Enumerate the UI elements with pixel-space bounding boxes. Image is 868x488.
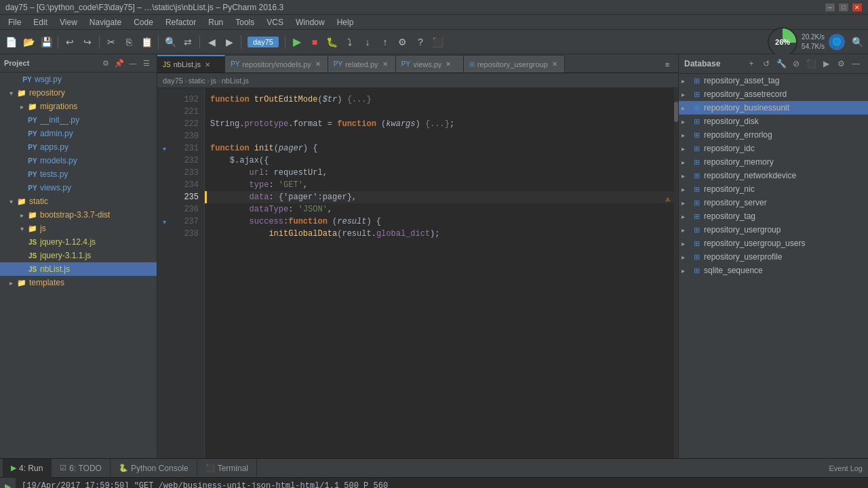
tree-item-jquery1[interactable]: JS jquery-1.12.4.js <box>0 235 157 249</box>
menu-help[interactable]: Help <box>332 16 359 28</box>
db-item-usergroup-users[interactable]: ▸ ⊞ repository_usergroup_users <box>679 237 868 250</box>
db-item-usergroup[interactable]: ▸ ⊞ repository_usergroup <box>679 223 868 237</box>
menu-run[interactable]: Run <box>203 16 229 28</box>
redo-button[interactable]: ↪ <box>79 34 96 50</box>
tree-item-init[interactable]: PY __init__.py <box>0 113 157 127</box>
event-log-label[interactable]: Event Log <box>823 464 868 472</box>
new-file-button[interactable]: 📄 <box>3 34 19 50</box>
tree-item-models[interactable]: PY models.py <box>0 154 157 167</box>
db-refresh-btn[interactable]: ↺ <box>760 57 773 70</box>
tree-item-bootstrap[interactable]: ▸ 📁 bootstrap-3.3.7-dist <box>0 208 157 222</box>
tab-views[interactable]: PY views.py ✕ <box>396 55 464 73</box>
stop-button[interactable]: ■ <box>307 34 323 50</box>
tree-item-nblist[interactable]: JS nbList.js <box>0 262 157 276</box>
save-button[interactable]: 💾 <box>38 34 54 50</box>
db-item-memory[interactable]: ▸ ⊞ repository_memory <box>679 155 868 169</box>
menu-view[interactable]: View <box>54 16 83 28</box>
db-close-btn[interactable]: — <box>849 57 863 70</box>
tab-nblist[interactable]: JS nbList.js ✕ <box>157 55 225 73</box>
tab-close-views[interactable]: ✕ <box>444 60 452 68</box>
project-badge[interactable]: day75 <box>248 37 279 47</box>
settings-button[interactable]: ⚙ <box>395 34 411 50</box>
tree-item-js[interactable]: ▾ 📁 js <box>0 222 157 235</box>
tab-usergroup[interactable]: ⊞ repository_usergroup ✕ <box>464 55 565 73</box>
close-button[interactable]: ✕ <box>852 3 863 12</box>
sidebar-minimize-btn[interactable]: — <box>127 57 139 69</box>
gutter-fold-231[interactable]: ▾ <box>163 142 166 155</box>
search-everywhere-btn[interactable]: 🔍 <box>849 34 865 50</box>
db-add-btn[interactable]: + <box>745 57 758 70</box>
maximize-button[interactable]: □ <box>838 3 849 12</box>
db-item-businessunit[interactable]: ▸ ⊞ repository_businessunit <box>679 101 868 115</box>
tree-item-admin[interactable]: PY admin.py <box>0 127 157 140</box>
db-item-assetrecord[interactable]: ▸ ⊞ repository_assetrecord <box>679 87 868 101</box>
db-item-idc[interactable]: ▸ ⊞ repository_idc <box>679 142 868 155</box>
tab-models[interactable]: PY repository\models.py ✕ <box>225 55 328 73</box>
bottom-tab-run[interactable]: ▶ 4: Run <box>3 459 52 478</box>
tree-item-migrations[interactable]: ▸ 📁 migrations <box>0 100 157 113</box>
tree-item-views[interactable]: PY views.py <box>0 181 157 195</box>
tab-close-models[interactable]: ✕ <box>314 60 322 68</box>
run-start-btn[interactable]: ▶ <box>2 481 14 488</box>
tab-close-usergroup[interactable]: ✕ <box>551 60 559 68</box>
find-button[interactable]: 🔍 <box>162 34 178 50</box>
tab-close-nblist[interactable]: ✕ <box>203 60 212 69</box>
tree-item-jquery2[interactable]: JS jquery-3.1.1.js <box>0 249 157 262</box>
menu-vcs[interactable]: VCS <box>261 16 289 28</box>
cut-button[interactable]: ✂ <box>103 34 119 50</box>
debug-button[interactable]: 🐛 <box>324 34 340 50</box>
db-item-networkdevice[interactable]: ▸ ⊞ repository_networkdevice <box>679 169 868 182</box>
menu-refactor[interactable]: Refactor <box>160 16 201 28</box>
scroll-thumb[interactable] <box>674 102 678 122</box>
run-button[interactable]: ▶ <box>289 34 305 50</box>
minimize-button[interactable]: ─ <box>825 3 835 12</box>
gutter-fold-237[interactable]: ▾ <box>163 216 166 228</box>
open-button[interactable]: 📂 <box>20 34 37 50</box>
tree-item-static[interactable]: ▾ 📁 static <box>0 195 157 208</box>
sidebar-gear-btn[interactable]: ⚙ <box>100 57 112 69</box>
db-run-btn[interactable]: ▶ <box>819 57 833 70</box>
terminal-btn[interactable]: ⬛ <box>430 34 446 50</box>
replace-button[interactable]: ⇄ <box>180 34 196 50</box>
forward-button[interactable]: ▶ <box>221 34 237 50</box>
sidebar-pin-btn[interactable]: 📌 <box>113 57 125 69</box>
tree-item-repository[interactable]: ▾ 📁 repository <box>0 86 157 100</box>
menu-code[interactable]: Code <box>128 16 159 28</box>
db-settings-btn[interactable]: ⚙ <box>834 57 848 70</box>
scroll-indicator[interactable] <box>674 88 678 458</box>
copy-button[interactable]: ⎘ <box>121 34 137 50</box>
help-icon-btn[interactable]: ? <box>412 34 429 50</box>
tab-related[interactable]: PY related.py ✕ <box>328 55 396 73</box>
db-item-asset-tag[interactable]: ▸ ⊞ repository_asset_tag <box>679 74 868 87</box>
undo-button[interactable]: ↩ <box>62 34 78 50</box>
db-item-sqlite-sequence[interactable]: ▸ ⊞ sqlite_sequence <box>679 264 868 277</box>
menu-window[interactable]: Window <box>290 16 330 28</box>
tree-item-wsgi[interactable]: PY wsgi.py <box>0 73 157 86</box>
step-over-button[interactable]: ⤵ <box>342 34 358 50</box>
menu-tools[interactable]: Tools <box>230 16 260 28</box>
db-item-userprofile[interactable]: ▸ ⊞ repository_userprofile <box>679 250 868 264</box>
tab-close-related[interactable]: ✕ <box>381 60 389 68</box>
tree-item-apps[interactable]: PY apps.py <box>0 140 157 154</box>
db-item-nic[interactable]: ▸ ⊞ repository_nic <box>679 182 868 196</box>
tree-item-templates[interactable]: ▸ 📁 templates <box>0 276 157 289</box>
db-filter-btn[interactable]: ⊘ <box>789 57 803 70</box>
back-button[interactable]: ◀ <box>203 34 220 50</box>
menu-edit[interactable]: Edit <box>28 16 53 28</box>
code-content[interactable]: function trOutEditMode($tr) {...} String… <box>205 88 674 458</box>
bottom-tab-terminal[interactable]: ⬛ Terminal <box>197 459 257 478</box>
step-into-button[interactable]: ↓ <box>359 34 376 50</box>
db-item-errorlog[interactable]: ▸ ⊞ repository_errorlog <box>679 128 868 142</box>
db-item-server[interactable]: ▸ ⊞ repository_server <box>679 196 868 209</box>
db-console-btn[interactable]: ⬛ <box>804 57 818 70</box>
bottom-tab-todo[interactable]: ☑ 6: TODO <box>52 459 111 478</box>
menu-navigate[interactable]: Navigate <box>84 16 127 28</box>
db-item-disk[interactable]: ▸ ⊞ repository_disk <box>679 115 868 128</box>
db-item-tag[interactable]: ▸ ⊞ repository_tag <box>679 209 868 223</box>
sidebar-settings-btn[interactable]: ☰ <box>140 57 153 69</box>
tab-settings-btn[interactable]: ≡ <box>659 56 675 73</box>
tree-item-tests[interactable]: PY tests.py <box>0 167 157 181</box>
step-out-button[interactable]: ↑ <box>377 34 393 50</box>
paste-button[interactable]: 📋 <box>138 34 155 50</box>
db-properties-btn[interactable]: 🔧 <box>774 57 788 70</box>
